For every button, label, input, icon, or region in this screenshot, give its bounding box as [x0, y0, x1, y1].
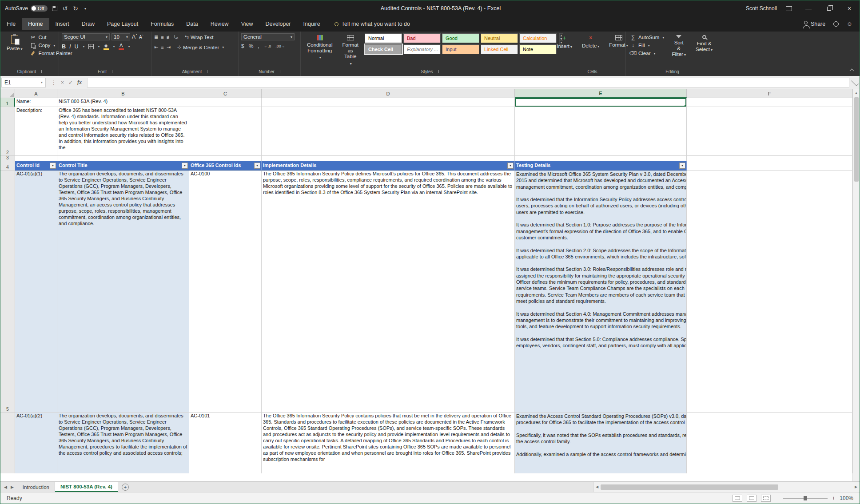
zoom-level[interactable]: 100% — [840, 495, 853, 501]
cell-C1[interactable] — [189, 98, 262, 107]
filter-dropdown-icon[interactable]: ▼ — [507, 163, 514, 169]
save-icon[interactable] — [52, 6, 57, 11]
column-header-b[interactable]: B — [57, 89, 189, 98]
cell-F1[interactable] — [687, 98, 852, 107]
tab-file[interactable]: File — [0, 18, 22, 30]
format-as-table-button[interactable]: Format as Table▾ — [339, 33, 362, 67]
cell-o365-id[interactable]: AC-0100 — [189, 171, 262, 413]
filter-dropdown-icon[interactable]: ▼ — [182, 163, 188, 169]
comma-style-icon[interactable]: , — [258, 43, 259, 49]
zoom-slider-thumb[interactable] — [804, 496, 807, 500]
cell-control-id[interactable]: AC-01(a)(2) — [15, 413, 57, 473]
style-input[interactable]: Input — [442, 44, 479, 54]
header-office365-control-ids[interactable]: Office 365 Control Ids▼ — [189, 161, 262, 171]
scroll-left-icon[interactable]: ◀ — [593, 485, 601, 489]
style-bad[interactable]: Bad — [403, 33, 441, 43]
collapse-ribbon-icon[interactable] — [850, 69, 854, 73]
minimize-button[interactable]: — — [798, 0, 819, 16]
tab-formulas[interactable]: Formulas — [144, 18, 180, 30]
tab-draw[interactable]: Draw — [76, 18, 101, 30]
cell-A2[interactable]: Description: — [15, 107, 57, 156]
style-linked-cell[interactable]: Linked Cell — [481, 44, 518, 54]
scroll-up-icon[interactable]: ▲ — [853, 89, 860, 96]
horizontal-scroll-thumb[interactable] — [601, 484, 778, 490]
increase-decimal-icon[interactable]: ←.0 — [264, 44, 271, 48]
style-neutral[interactable]: Neutral — [481, 33, 518, 43]
clear-button[interactable]: ⌫Clear▾ — [629, 49, 665, 57]
new-sheet-icon[interactable]: + — [122, 484, 129, 491]
tab-page-layout[interactable]: Page Layout — [101, 18, 144, 30]
cell-B1[interactable]: NIST 800-53A (Rev. 4) — [57, 98, 189, 107]
expand-formula-bar-icon[interactable] — [851, 79, 859, 86]
column-header-c[interactable]: C — [189, 89, 262, 98]
style-explanatory[interactable]: Explanatory ... — [403, 44, 441, 54]
undo-icon[interactable]: ↺ — [63, 5, 68, 12]
horizontal-scrollbar[interactable]: ◀ ▶ — [593, 482, 860, 492]
conditional-formatting-button[interactable]: Conditional Formatting▾ — [303, 33, 336, 62]
close-button[interactable]: × — [839, 0, 860, 16]
top-align-icon[interactable]: ≣ — [154, 34, 158, 40]
decrease-decimal-icon[interactable]: .00→ — [275, 44, 285, 48]
tab-insert[interactable]: Insert — [49, 18, 76, 30]
style-good[interactable]: Good — [442, 33, 479, 43]
tell-me-box[interactable]: Tell me what you want to do — [334, 21, 410, 27]
ribbon-display-options-icon[interactable] — [786, 6, 792, 11]
select-all-corner[interactable] — [0, 89, 15, 98]
sheet-tab-nist[interactable]: NIST 800-53A (Rev. 4) — [55, 482, 118, 492]
cell-implementation[interactable]: The Office 365 Information Security Poli… — [262, 171, 515, 413]
merge-center-button[interactable]: ⊹Merge & Center▾ — [176, 44, 225, 51]
cell-testing[interactable]: Examined the Microsoft Office 365 System… — [515, 171, 687, 413]
cell-testing[interactable]: Examined the Access Control Standard Ope… — [515, 413, 687, 473]
fill-button[interactable]: ↓Fill▾ — [629, 41, 665, 49]
style-calculation[interactable]: Calculation — [519, 33, 557, 43]
font-size-select[interactable]: 10▾ — [111, 33, 130, 40]
middle-align-icon[interactable]: ≡ — [161, 35, 163, 40]
cell-D1[interactable] — [262, 98, 515, 107]
wrap-text-button[interactable]: ⇆Wrap Text — [183, 33, 215, 41]
style-normal[interactable]: Normal — [365, 33, 402, 43]
tab-scroll-right-icon[interactable]: ▶ — [11, 485, 14, 489]
cell-control-title[interactable]: The organization develops, documents, an… — [57, 171, 189, 413]
paste-button[interactable]: Paste▾ — [3, 33, 26, 53]
feedback-smiley-icon[interactable]: ☺ — [847, 21, 852, 27]
align-right-icon[interactable]: ⇥ — [167, 44, 170, 50]
row-header-2[interactable]: 2 — [0, 107, 15, 156]
tab-scroll-left-icon[interactable]: ◀ — [4, 485, 7, 489]
cell-control-id[interactable]: AC-01(a)(1) — [15, 171, 57, 413]
enter-icon[interactable]: ✓ — [68, 79, 73, 86]
cell-F2[interactable] — [687, 107, 852, 156]
zoom-out-icon[interactable]: − — [775, 495, 779, 501]
number-dialog-launcher-icon[interactable] — [277, 70, 280, 73]
font-dialog-launcher-icon[interactable] — [109, 70, 112, 73]
zoom-in-icon[interactable]: + — [832, 495, 836, 501]
tab-review[interactable]: Review — [204, 18, 235, 30]
normal-view-icon[interactable] — [733, 495, 742, 502]
autosave-toggle[interactable]: AutoSave Off — [5, 5, 48, 12]
cell-B2[interactable]: Office 365 has been accredited to latest… — [57, 107, 189, 156]
tab-home[interactable]: Home — [22, 18, 49, 30]
cell-control-title[interactable]: The organization develops, documents, an… — [57, 413, 189, 473]
delete-cells-button[interactable]: × Delete▾ — [578, 33, 603, 51]
name-box[interactable]: E1▾ — [1, 78, 46, 87]
borders-icon[interactable] — [88, 44, 94, 49]
row-header-4[interactable]: 4 — [0, 161, 15, 171]
number-format-select[interactable]: General▾ — [241, 33, 295, 40]
font-color-button[interactable]: A — [119, 43, 124, 50]
column-header-f[interactable]: F — [687, 89, 852, 98]
user-name[interactable]: Scott Schnoll — [743, 5, 780, 12]
clipboard-dialog-launcher-icon[interactable] — [39, 70, 42, 73]
cell-C2[interactable] — [189, 107, 262, 156]
center-icon[interactable]: ≡ — [161, 45, 163, 50]
font-family-select[interactable]: Segoe UI▾ — [62, 33, 110, 40]
filter-dropdown-icon[interactable]: ▼ — [254, 163, 260, 169]
insert-cells-button[interactable]: + Insert▾ — [553, 33, 576, 51]
tab-view[interactable]: View — [235, 18, 259, 30]
column-header-d[interactable]: D — [262, 89, 515, 98]
vertical-scroll-thumb[interactable] — [854, 97, 859, 182]
share-button[interactable]: Share — [804, 21, 825, 27]
fill-color-button[interactable]: ◆ — [104, 44, 109, 50]
header-control-id[interactable]: Control Id▼ — [15, 161, 57, 171]
header-control-title[interactable]: Control Title▼ — [57, 161, 189, 171]
italic-button[interactable]: I — [69, 44, 71, 50]
column-header-e[interactable]: E — [515, 89, 687, 98]
